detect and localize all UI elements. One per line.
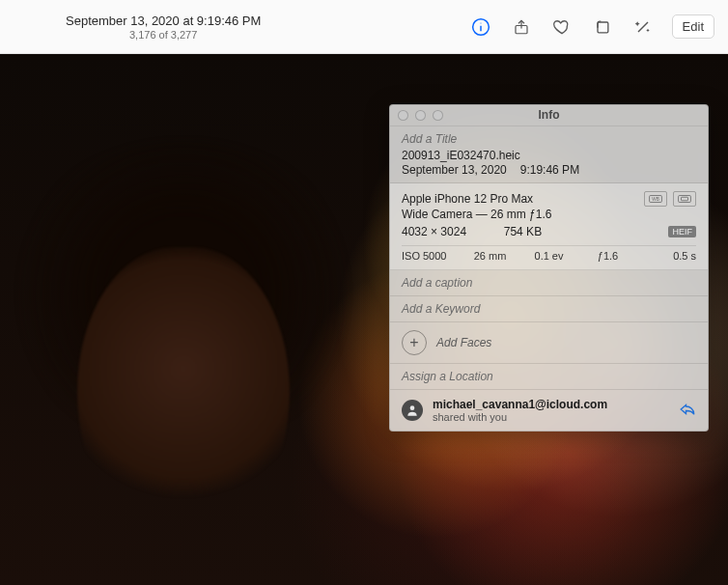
camera-section: Apple iPhone 12 Pro Max Wide Camera — 26… — [390, 183, 708, 270]
raw-icon[interactable] — [673, 191, 696, 207]
info-icon[interactable] — [469, 15, 492, 39]
svg-point-9 — [410, 405, 415, 410]
exif-row: ISO 5000 26 mm 0.1 ev ƒ1.6 0.5 s — [402, 245, 696, 262]
info-window: Info Add a Title 200913_iE032470.heic Se… — [389, 104, 709, 432]
info-window-title: Info — [390, 108, 708, 122]
keyword-section: Add a Keyword — [390, 296, 708, 322]
caption-field[interactable]: Add a caption — [402, 276, 696, 290]
dimensions-label: 4032 × 3024 — [402, 225, 466, 238]
exif-aperture: ƒ1.6 — [578, 250, 637, 262]
reply-icon[interactable] — [679, 402, 696, 420]
svg-rect-8 — [682, 197, 688, 201]
share-icon[interactable] — [510, 15, 533, 39]
exif-shutter: 0.5 s — [637, 250, 696, 262]
shared-section: michael_cavanna1@icloud.com shared with … — [390, 390, 708, 431]
exif-iso: ISO 5000 — [402, 250, 461, 262]
filesize-label: 754 KB — [504, 225, 542, 238]
caption-section: Add a caption — [390, 270, 708, 296]
svg-rect-4 — [598, 22, 608, 33]
enhance-icon[interactable] — [631, 15, 655, 39]
exif-ev: 0.1 ev — [519, 250, 578, 262]
toolbar-actions: Edit — [469, 14, 714, 39]
location-field[interactable]: Assign a Location — [402, 370, 696, 383]
exif-focal: 26 mm — [461, 250, 519, 262]
info-titlebar[interactable]: Info — [390, 105, 708, 126]
location-section: Assign a Location — [390, 364, 708, 390]
title-section: Add a Title 200913_iE032470.heic Septemb… — [390, 126, 708, 183]
keyword-field[interactable]: Add a Keyword — [402, 302, 696, 316]
svg-point-2 — [480, 22, 481, 23]
faces-label: Add Faces — [436, 336, 491, 349]
camera-model: Apple iPhone 12 Pro Max — [402, 191, 551, 207]
date-text: September 13, 2020 — [402, 163, 507, 177]
camera-lens: Wide Camera — 26 mm ƒ1.6 — [402, 207, 551, 222]
faces-section: + Add Faces — [390, 322, 708, 364]
svg-text:WB: WB — [652, 197, 659, 202]
avatar — [402, 400, 423, 421]
format-badge: HEIF — [668, 226, 696, 237]
toolbar-title-block: September 13, 2020 at 9:19:46 PM 3,176 o… — [66, 14, 261, 41]
edit-button[interactable]: Edit — [672, 14, 714, 39]
toolbar: September 13, 2020 at 9:19:46 PM 3,176 o… — [0, 0, 728, 54]
add-face-button[interactable]: + — [402, 330, 427, 355]
photo-timestamp: September 13, 2020 at 9:19:46 PM — [66, 14, 261, 28]
photo-decoration — [77, 247, 290, 537]
date-label: September 13, 20209:19:46 PM — [402, 163, 696, 177]
photo-counter: 3,176 of 3,277 — [129, 29, 197, 41]
time-text: 9:19:46 PM — [520, 163, 579, 177]
shared-sub: shared with you — [433, 411, 669, 423]
shared-by-email: michael_cavanna1@icloud.com — [433, 398, 669, 411]
white-balance-icon[interactable]: WB — [644, 191, 667, 207]
svg-rect-7 — [679, 196, 691, 203]
filename-label: 200913_iE032470.heic — [402, 149, 696, 162]
title-field[interactable]: Add a Title — [402, 132, 696, 146]
rotate-icon[interactable] — [591, 15, 614, 39]
favorite-icon[interactable] — [550, 15, 574, 39]
